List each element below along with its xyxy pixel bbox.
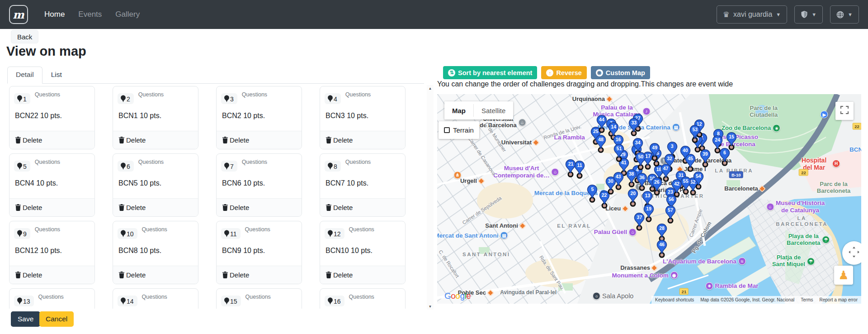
map-label-text: Platja de Sant Miquel: [772, 255, 805, 268]
challenge-card[interactable]: 11 Questions BCN9 10 pts. Delete: [216, 221, 302, 284]
map-pin-icon: [17, 297, 23, 305]
marker-number: 20: [627, 191, 639, 196]
sort-by-nearest-element-button[interactable]: ⇅Sort by nearest element: [443, 66, 537, 79]
map-marker-33[interactable]: 33: [628, 118, 640, 136]
trash-icon: [326, 204, 332, 211]
nav-link-events[interactable]: Events: [78, 10, 102, 19]
delete-button[interactable]: Delete: [113, 131, 198, 149]
delete-button[interactable]: Delete: [320, 131, 405, 149]
delete-button[interactable]: Delete: [9, 198, 94, 216]
challenge-card[interactable]: 7 Questions BCN6 10 pts. Delete: [216, 153, 302, 217]
map-marker-51[interactable]: 51: [613, 144, 625, 162]
delete-button[interactable]: Delete: [320, 266, 405, 284]
map-marker-36[interactable]: 36: [637, 173, 648, 191]
challenge-card[interactable]: 16 Questions Delete: [320, 288, 406, 309]
terrain-toggle[interactable]: Terrain: [439, 121, 479, 139]
map-marker-47[interactable]: 47: [660, 164, 671, 182]
map-marker-5[interactable]: 5: [587, 185, 598, 203]
save-button[interactable]: Save: [11, 311, 40, 327]
fullscreen-button[interactable]: [835, 102, 854, 120]
tab-detail[interactable]: Detail: [7, 67, 42, 84]
map-marker-43[interactable]: 43: [613, 172, 624, 190]
admin-menu-button[interactable]: ▼: [794, 5, 823, 24]
map-marker-21[interactable]: 21: [565, 159, 576, 177]
challenge-list[interactable]: 1 Questions BCN22 10 pts. Delete 2 Quest…: [9, 86, 421, 309]
challenge-card[interactable]: 9 Questions BCN12 10 pts. Delete: [9, 221, 95, 284]
challenge-card[interactable]: 14 Questions Delete: [113, 288, 198, 309]
delete-button[interactable]: Delete: [320, 198, 405, 216]
cancel-button[interactable]: Cancel: [39, 311, 74, 327]
map-type-satellite-button[interactable]: Satellite: [474, 101, 513, 119]
map-marker-46[interactable]: 46: [656, 240, 668, 258]
map-marker-44[interactable]: 44: [596, 115, 607, 133]
map-label-text: Urquinaona: [572, 96, 605, 103]
map-marker-24[interactable]: 24: [712, 135, 723, 153]
map-marker-49[interactable]: 49: [649, 143, 660, 161]
marker-number: 54: [693, 173, 704, 179]
google-map[interactable]: UrquinaonaPalau de la Música Catalana♪Pa…: [437, 94, 861, 304]
map-marker-50[interactable]: 50: [635, 152, 646, 170]
marker-number: 37: [634, 215, 645, 220]
map-marker-48[interactable]: 48: [595, 135, 607, 153]
road-shield: 22: [852, 123, 861, 129]
reverse-button[interactable]: ↑Reverse: [541, 66, 586, 79]
tab-list[interactable]: List: [42, 67, 71, 84]
challenge-title: BCN3 10 pts.: [326, 112, 368, 120]
challenge-order-number: 16: [334, 298, 341, 305]
delete-button[interactable]: Delete: [217, 266, 302, 284]
scroll-down-arrow-icon[interactable]: ▼: [427, 303, 434, 310]
map-marker-45[interactable]: 45: [684, 154, 696, 172]
attribution-item[interactable]: Keyboard shortcuts: [655, 297, 694, 302]
challenge-card[interactable]: 4 Questions BCN3 10 pts. Delete: [320, 86, 406, 149]
challenge-order-number: 8: [334, 163, 337, 170]
map-marker-20[interactable]: 20: [627, 189, 639, 207]
challenge-card[interactable]: 1 Questions BCN22 10 pts. Delete: [9, 86, 95, 149]
delete-button[interactable]: Delete: [9, 266, 94, 284]
marker-number: 49: [649, 145, 660, 150]
street-view-pegman[interactable]: ♟: [834, 266, 853, 285]
map-marker-15[interactable]: 15: [726, 132, 737, 150]
challenge-card[interactable]: 15 Questions Delete: [216, 288, 302, 309]
nav-link-gallery[interactable]: Gallery: [115, 10, 140, 19]
attribution-item[interactable]: Terms: [801, 297, 813, 302]
challenge-card[interactable]: 2 Questions BCN1 10 pts. Delete: [113, 86, 198, 149]
map-marker-55[interactable]: 55: [680, 177, 691, 195]
challenge-card[interactable]: 13 Questions Delete: [9, 288, 95, 309]
attribution-item[interactable]: Map data ©2026 Google, Inst. Geogr. Naci…: [700, 297, 794, 302]
delete-button[interactable]: Delete: [217, 131, 302, 149]
user-menu-button[interactable]: ♛ xavi guardia ▼: [717, 5, 787, 24]
delete-button[interactable]: Delete: [113, 266, 198, 284]
map-marker-54[interactable]: 54: [693, 172, 704, 190]
trash-icon: [326, 137, 332, 143]
challenge-card[interactable]: 8 Questions BCN7 10 pts. Delete: [320, 153, 406, 217]
challenge-card[interactable]: 10 Questions BCN8 10 pts. Delete: [113, 221, 198, 284]
map-marker-37[interactable]: 37: [634, 213, 645, 231]
challenge-card[interactable]: 6 Questions BCN5 10 pts. Delete: [113, 153, 198, 217]
scroll-up-arrow-icon[interactable]: ▲: [427, 85, 434, 91]
delete-button[interactable]: Delete: [217, 198, 302, 216]
terrain-checkbox[interactable]: [444, 127, 450, 133]
map-label-text: Monument a Colom: [612, 272, 668, 279]
challenge-card[interactable]: 3 Questions BCN2 10 pts. Delete: [216, 86, 302, 149]
challenge-list-scrollbar[interactable]: ▲ ▼: [427, 85, 434, 310]
map-marker-28[interactable]: 28: [656, 224, 668, 242]
map-marker-39[interactable]: 39: [699, 149, 711, 167]
marker-number: 44: [596, 117, 607, 122]
challenge-order-number: 1: [23, 95, 27, 103]
language-menu-button[interactable]: ▼: [830, 5, 859, 24]
nav-link-home[interactable]: Home: [44, 10, 65, 19]
button-label: Reverse: [556, 69, 581, 76]
map-marker-57[interactable]: 57: [665, 205, 676, 224]
delete-button[interactable]: Delete: [9, 131, 94, 149]
map-type-map-button[interactable]: Map: [444, 101, 473, 119]
challenge-card[interactable]: 12 Questions BCN10 10 pts. Delete: [320, 221, 406, 284]
delete-button[interactable]: Delete: [113, 198, 198, 216]
challenge-card[interactable]: 5 Questions BCN4 10 pts. Delete: [9, 153, 95, 217]
trash-icon: [222, 137, 228, 143]
map-marker-53[interactable]: 53: [689, 125, 701, 143]
back-button[interactable]: Back: [11, 30, 38, 43]
cart-icon: ▤: [500, 232, 508, 239]
attribution-item[interactable]: Report a map error: [820, 297, 858, 302]
brand-logo[interactable]: m: [9, 5, 28, 24]
custom-map-button[interactable]: ◉Custom Map: [591, 66, 650, 79]
